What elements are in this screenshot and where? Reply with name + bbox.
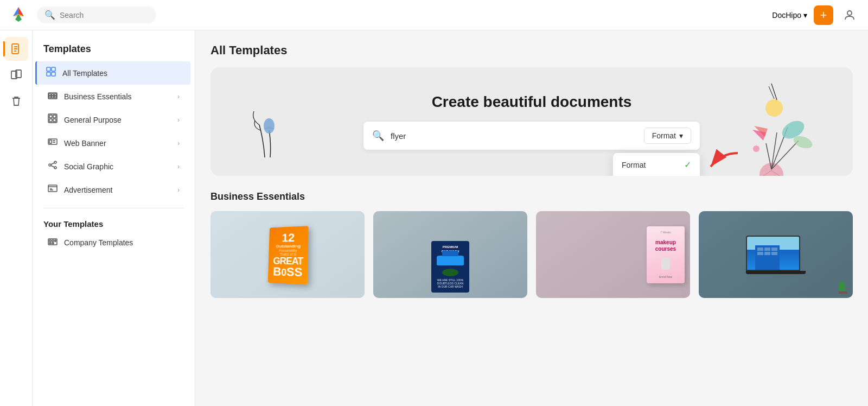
svg-rect-5: [47, 67, 50, 71]
rail-item-pages[interactable]: [4, 63, 28, 87]
brand-chevron-icon: ▾: [803, 11, 807, 20]
format-option-label: Format: [622, 161, 646, 169]
svg-point-25: [54, 161, 56, 163]
sidebar-item-social-graphic[interactable]: Social Graphic ›: [37, 155, 190, 178]
svg-rect-13: [49, 96, 51, 98]
web-banner-icon: [48, 137, 58, 149]
company-templates-icon: [48, 236, 58, 249]
svg-line-47: [771, 141, 799, 169]
logo[interactable]: [9, 4, 28, 26]
svg-rect-14: [52, 96, 54, 98]
svg-rect-35: [49, 240, 51, 242]
hero-center: Create beautiful documents 🔍 Format ▾ Fo…: [363, 93, 700, 150]
hero-title: Create beautiful documents: [432, 93, 632, 111]
format-check-icon: ✓: [684, 160, 691, 170]
user-profile-button[interactable]: [840, 5, 859, 25]
template-card-3[interactable]: 7 Weeks makeupcourses Enroll Now: [536, 211, 690, 298]
business-essentials-label: Business Essentials: [64, 92, 171, 101]
sidebar-item-advertisement[interactable]: Advertisement ›: [37, 178, 190, 201]
topnav-right: DocHipo ▾ +: [772, 5, 859, 25]
rail-item-documents[interactable]: [4, 37, 28, 61]
svg-rect-15: [54, 96, 56, 98]
your-templates-title: Your Templates: [33, 215, 195, 231]
general-purpose-icon: [48, 113, 58, 126]
hero-banner: Create beautiful documents 🔍 Format ▾ Fo…: [210, 67, 853, 176]
main-content: All Templates Cr: [195, 30, 868, 406]
sidebar: Templates All Templates: [33, 30, 195, 406]
svg-rect-19: [49, 119, 52, 122]
search-input[interactable]: [60, 11, 149, 20]
social-graphic-icon: [48, 160, 58, 173]
web-banner-label: Web Banner: [64, 139, 171, 148]
svg-rect-36: [52, 240, 54, 242]
template-card-2[interactable]: PREMIUMCAR WASH WE ARE STILL 100%DOUBTLE…: [373, 211, 527, 298]
sidebar-item-all-templates[interactable]: All Templates: [35, 61, 190, 85]
advertisement-icon: [48, 183, 58, 196]
business-section-title: Business Essentials: [210, 191, 853, 202]
add-new-button[interactable]: +: [814, 5, 833, 25]
web-banner-arrow: ›: [177, 139, 180, 147]
format-dropdown-button[interactable]: Format ▾: [644, 128, 691, 144]
svg-point-27: [54, 167, 56, 169]
hero-search-bar: 🔍 Format ▾ Format ✓ Industry: [363, 122, 700, 150]
search-icon: 🔍: [44, 10, 55, 20]
svg-rect-30: [48, 185, 57, 192]
svg-line-54: [769, 86, 774, 99]
svg-rect-10: [49, 94, 51, 96]
svg-rect-17: [49, 115, 52, 118]
svg-rect-39: [52, 243, 54, 244]
topnav-search-container: 🔍: [37, 7, 156, 23]
svg-point-26: [49, 164, 51, 166]
sidebar-item-business-essentials[interactable]: Business Essentials ›: [37, 85, 190, 108]
svg-point-52: [765, 99, 783, 117]
hero-search-icon: 🔍: [372, 130, 384, 142]
general-purpose-arrow: ›: [177, 116, 180, 124]
general-purpose-label: General Purpose: [64, 116, 171, 124]
svg-line-53: [771, 84, 777, 100]
svg-rect-11: [52, 94, 54, 96]
brand-name: DocHipo: [772, 11, 801, 20]
main-layout: Templates All Templates: [0, 30, 868, 406]
template-card-1[interactable]: 12 Outstanding Personality Traits of a G…: [210, 211, 365, 298]
red-arrow-indicator: [700, 148, 743, 176]
sidebar-item-web-banner[interactable]: Web Banner ›: [37, 131, 190, 155]
svg-rect-12: [54, 94, 56, 96]
advertisement-arrow: ›: [177, 186, 180, 194]
svg-point-55: [753, 145, 760, 152]
svg-rect-22: [49, 140, 52, 143]
svg-line-29: [51, 166, 54, 167]
social-graphic-arrow: ›: [177, 163, 180, 170]
svg-point-1: [847, 11, 852, 15]
sidebar-divider: [43, 208, 184, 208]
all-templates-icon: [46, 67, 56, 79]
template-cards-row: 12 Outstanding Personality Traits of a G…: [210, 211, 853, 298]
sidebar-section-title: Templates: [33, 39, 195, 61]
hero-search-input[interactable]: [391, 131, 637, 141]
svg-point-40: [264, 118, 275, 134]
plus-icon: +: [820, 8, 827, 22]
advertisement-label: Advertisement: [64, 186, 171, 194]
icon-rail: [0, 30, 33, 406]
topnav: 🔍 DocHipo ▾ +: [0, 0, 868, 30]
svg-rect-20: [53, 119, 56, 122]
svg-line-28: [51, 163, 54, 164]
svg-rect-6: [52, 67, 55, 71]
format-dropdown-item-format[interactable]: Format ✓: [613, 153, 700, 176]
all-templates-label: All Templates: [62, 69, 180, 78]
business-essentials-arrow: ›: [177, 93, 180, 100]
hero-decoration-left: [243, 98, 297, 165]
sidebar-item-general-purpose[interactable]: General Purpose ›: [37, 108, 190, 131]
svg-rect-8: [52, 72, 55, 76]
rail-item-trash[interactable]: [4, 89, 28, 113]
svg-rect-37: [55, 240, 56, 242]
svg-rect-38: [49, 243, 51, 244]
page-title: All Templates: [210, 43, 853, 58]
format-chevron-icon: ▾: [679, 131, 683, 140]
template-card-4[interactable]: [699, 211, 853, 298]
brand-menu[interactable]: DocHipo ▾: [772, 11, 807, 20]
svg-rect-7: [47, 72, 50, 76]
format-label: Format: [652, 131, 676, 140]
format-dropdown: Format ✓ Industry Occasion: [613, 153, 700, 176]
sidebar-item-company-templates[interactable]: Company Templates: [37, 231, 190, 254]
svg-rect-18: [53, 115, 56, 118]
